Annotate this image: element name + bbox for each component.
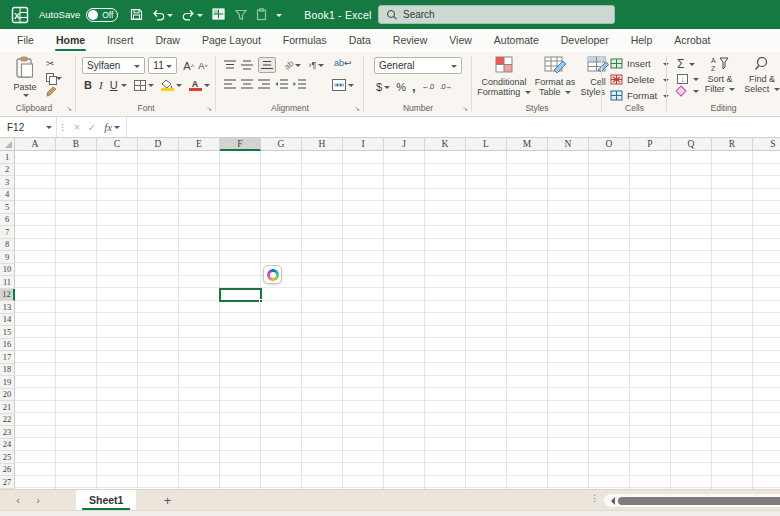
fill-button[interactable]: ↓ [677,74,699,84]
row-header-5[interactable]: 5 [0,201,15,214]
cancel-button[interactable]: × [74,122,80,133]
search-box[interactable]: Search [378,5,615,24]
tab-help[interactable]: Help [620,30,664,51]
row-header-12[interactable]: 12 [0,289,15,302]
row-header-20[interactable]: 20 [0,389,15,402]
wrap-text-button[interactable]: ab↩ [334,57,352,68]
comma-style-button[interactable]: , [412,79,416,94]
row-header-25[interactable]: 25 [0,451,15,464]
tab-review[interactable]: Review [382,30,438,51]
column-header-K[interactable]: K [425,138,466,151]
next-sheet-button[interactable]: › [28,494,48,506]
align-right-button[interactable] [258,79,270,89]
copy-button[interactable] [46,73,62,82]
name-box-dropdown-icon[interactable] [46,126,52,132]
delete-cells-button[interactable]: Delete [610,72,669,87]
tab-developer[interactable]: Developer [550,30,620,51]
autosum-dropdown-icon[interactable] [689,63,695,69]
tab-acrobat[interactable]: Acrobat [663,30,721,51]
align-left-button[interactable] [224,79,236,89]
filter-button[interactable] [235,9,247,21]
redo-dropdown-icon[interactable] [197,14,203,20]
row-header-6[interactable]: 6 [0,214,15,227]
text-direction-button[interactable]: ›¶ [308,60,324,70]
row-header-3[interactable]: 3 [0,176,15,189]
font-color-button[interactable]: A [189,80,210,91]
tab-draw[interactable]: Draw [144,30,191,51]
italic-button[interactable]: I [99,79,103,91]
column-header-F[interactable]: F [220,138,261,151]
formula-bar-expand-icon[interactable] [114,126,120,132]
number-dialog-launcher[interactable]: ↘ [462,105,468,113]
row-header-2[interactable]: 2 [0,164,15,177]
center-button[interactable] [241,79,253,89]
row-header-8[interactable]: 8 [0,239,15,252]
shrink-font-button[interactable]: A˅ [196,59,210,72]
name-box[interactable]: F12 [0,117,56,137]
autosum-button[interactable]: Σ [677,57,699,71]
column-header-E[interactable]: E [179,138,220,151]
row-header-10[interactable]: 10 [0,264,15,277]
font-name-combo[interactable]: Sylfaen [82,57,145,74]
decrease-decimal-button[interactable]: .0→ [440,82,452,91]
cells-area[interactable] [15,151,780,489]
row-header-21[interactable]: 21 [0,401,15,414]
column-header-B[interactable]: B [56,138,97,151]
row-header-18[interactable]: 18 [0,364,15,377]
fill-color-dropdown-icon[interactable] [176,84,182,90]
top-align-button[interactable] [224,60,236,70]
font-size-combo[interactable]: 11 [148,57,177,74]
row-header-14[interactable]: 14 [0,314,15,327]
column-header-I[interactable]: I [343,138,384,151]
format-painter-button[interactable] [46,86,62,99]
fill-color-button[interactable] [161,80,182,91]
format-as-table-button[interactable]: Format as Table [532,56,578,98]
new-sheet-button[interactable]: + [158,493,176,508]
copy-dropdown-icon[interactable] [56,77,62,83]
undo-dropdown-icon[interactable] [167,14,173,20]
row-header-16[interactable]: 16 [0,339,15,352]
sheet-tab-sheet1[interactable]: Sheet1 [76,490,136,511]
bold-button[interactable]: B [84,79,92,91]
column-header-G[interactable]: G [261,138,302,151]
borders-button[interactable] [134,80,154,91]
row-header-19[interactable]: 19 [0,376,15,389]
fill-handle[interactable] [259,299,263,303]
row-header-27[interactable]: 27 [0,476,15,489]
grow-font-button[interactable]: A˄ [181,59,196,73]
accounting-dropdown-icon[interactable] [384,86,390,92]
add-table-button[interactable] [212,8,226,21]
row-header-7[interactable]: 7 [0,226,15,239]
row-header-15[interactable]: 15 [0,326,15,339]
middle-align-button[interactable] [241,60,253,70]
column-header-R[interactable]: R [712,138,753,151]
tab-formulas[interactable]: Formulas [272,30,338,51]
column-header-P[interactable]: P [630,138,671,151]
conditional-formatting-button[interactable]: Conditional Formatting [476,56,532,98]
row-header-22[interactable]: 22 [0,414,15,427]
column-header-H[interactable]: H [302,138,343,151]
column-header-N[interactable]: N [548,138,589,151]
column-header-A[interactable]: A [15,138,56,151]
autosave-toggle[interactable]: Off [86,8,118,22]
copilot-button[interactable] [263,265,282,284]
horizontal-scrollbar[interactable] [604,494,780,507]
clear-button[interactable] [677,87,699,95]
column-header-O[interactable]: O [589,138,630,151]
undo-button[interactable] [152,9,173,21]
increase-decimal-button[interactable]: ←.0 [422,82,434,91]
tab-page-layout[interactable]: Page Layout [191,30,272,51]
row-header-4[interactable]: 4 [0,189,15,202]
paste-dropdown-icon[interactable] [23,94,29,100]
save-button[interactable] [130,8,143,21]
accounting-format-button[interactable]: $ [376,81,382,93]
underline-button[interactable]: U [110,79,118,91]
insert-cells-button[interactable]: Insert [610,56,669,71]
font-dialog-launcher[interactable]: ↘ [206,105,212,113]
format-cells-button[interactable]: Format [610,88,669,103]
column-header-S[interactable]: S [753,138,780,151]
font-color-dropdown-icon[interactable] [204,84,210,90]
orientation-button[interactable]: ab [284,60,301,70]
row-header-13[interactable]: 13 [0,301,15,314]
number-format-combo[interactable]: General [374,57,462,74]
